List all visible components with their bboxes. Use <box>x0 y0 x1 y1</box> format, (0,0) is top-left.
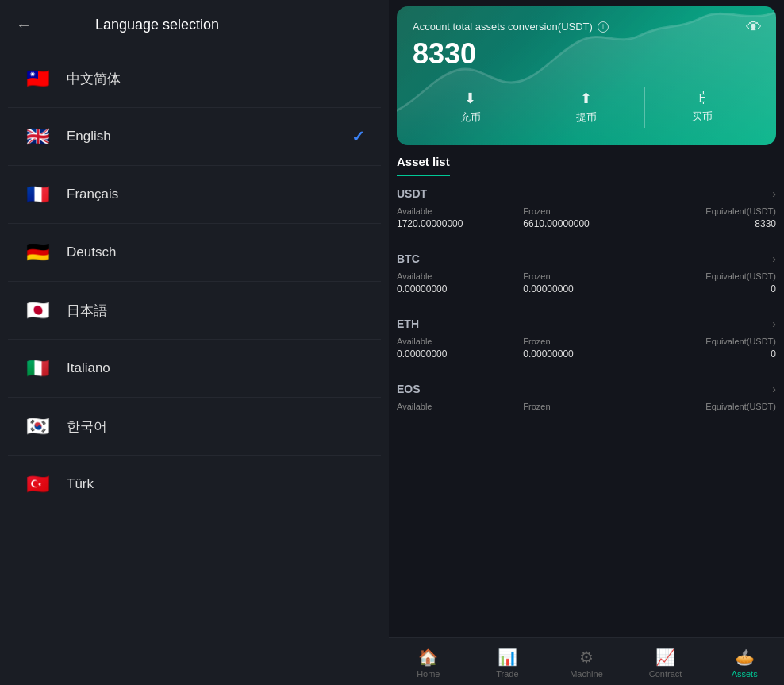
nav-item-home[interactable]: 🏠Home <box>389 645 468 682</box>
assets-nav-label: Assets <box>732 669 758 679</box>
asset-row-header: ETH › <box>397 317 776 330</box>
flag-it: 🇮🇹 <box>24 354 52 383</box>
flag-tr: 🇹🇷 <box>24 470 52 498</box>
language-list: 🇹🇼中文简体🇬🇧English✓🇫🇷Français🇩🇪Deutsch🇯🇵日本語… <box>0 50 389 513</box>
asset-row-values: Available 0.00000000 Frozen 0.00000000 E… <box>397 337 776 360</box>
language-item-ko[interactable]: 🇰🇷한국어 <box>8 398 381 456</box>
lang-name-de: Deutsch <box>67 244 365 260</box>
asset-row-eth[interactable]: ETH › Available 0.00000000 Frozen 0.0000… <box>397 306 776 371</box>
coin-name: BTC <box>397 252 420 265</box>
frozen-label: Frozen <box>523 271 649 281</box>
equiv-label: Equivalent(USDT) <box>650 402 776 411</box>
assets-nav-icon: 🥧 <box>735 648 755 667</box>
contract-nav-icon: 📈 <box>655 648 675 667</box>
flag-ja: 🇯🇵 <box>24 296 52 325</box>
card-action-deposit[interactable]: ⬇充币 <box>413 87 528 128</box>
nav-item-contract[interactable]: 📈Contract <box>626 645 705 682</box>
available-value: 0.00000000 <box>397 348 523 360</box>
machine-nav-label: Machine <box>570 669 603 679</box>
coin-name: EOS <box>397 383 421 395</box>
withdraw-label: 提币 <box>576 110 597 125</box>
available-value: 0.00000000 <box>397 283 523 294</box>
chevron-right-icon: › <box>772 187 776 200</box>
flag-fr: 🇫🇷 <box>24 180 52 209</box>
lang-name-tr: Türk <box>67 476 365 492</box>
contract-nav-label: Contract <box>649 669 682 679</box>
equiv-value: 8330 <box>650 218 776 229</box>
language-item-fr[interactable]: 🇫🇷Français <box>8 166 381 224</box>
equiv-col: Equivalent(USDT) 0 <box>650 337 776 360</box>
frozen-value: 6610.00000000 <box>523 218 649 229</box>
asset-list-tab[interactable]: Asset list <box>397 155 450 176</box>
frozen-col: Frozen 6610.00000000 <box>523 206 649 229</box>
frozen-value: 0.00000000 <box>523 283 649 294</box>
deposit-icon: ⬇ <box>464 90 476 107</box>
asset-card: 👁 Account total assets conversion(USDT) … <box>397 6 776 145</box>
buy-icon: ₿ <box>699 90 706 106</box>
available-label: Available <box>397 337 523 346</box>
language-item-en[interactable]: 🇬🇧English✓ <box>8 108 381 166</box>
asset-row-btc[interactable]: BTC › Available 0.00000000 Frozen 0.0000… <box>397 241 776 306</box>
bottom-nav: 🏠Home📊Trade⚙Machine📈Contract🥧Assets <box>389 637 784 685</box>
frozen-col: Frozen 0.00000000 <box>523 337 649 360</box>
available-label: Available <box>397 402 523 411</box>
assets-panel: 👁 Account total assets conversion(USDT) … <box>389 0 784 685</box>
lang-name-ja: 日本語 <box>67 302 365 320</box>
language-item-tr[interactable]: 🇹🇷Türk <box>8 456 381 513</box>
asset-row-usdt[interactable]: USDT › Available 1720.00000000 Frozen 66… <box>397 176 776 241</box>
nav-item-machine[interactable]: ⚙Machine <box>547 645 626 682</box>
equiv-col: Equivalent(USDT) 8330 <box>650 206 776 229</box>
asset-row-values: Available 0.00000000 Frozen 0.00000000 E… <box>397 271 776 294</box>
language-item-ja[interactable]: 🇯🇵日本語 <box>8 282 381 340</box>
card-action-withdraw[interactable]: ⬆提币 <box>528 87 644 128</box>
nav-item-trade[interactable]: 📊Trade <box>468 645 548 682</box>
asset-rows: USDT › Available 1720.00000000 Frozen 66… <box>397 176 776 425</box>
available-label: Available <box>397 206 523 216</box>
home-nav-label: Home <box>417 669 440 679</box>
asset-row-header: BTC › <box>397 252 776 265</box>
frozen-col: Frozen 0.00000000 <box>523 271 649 294</box>
eye-icon[interactable]: 👁 <box>746 18 762 37</box>
available-col: Available <box>397 402 523 414</box>
available-label: Available <box>397 271 523 281</box>
available-value: 1720.00000000 <box>397 218 523 229</box>
card-action-buy[interactable]: ₿买币 <box>645 87 760 128</box>
lang-name-en: English <box>67 129 352 144</box>
frozen-label: Frozen <box>523 402 649 411</box>
available-col: Available 0.00000000 <box>397 337 523 360</box>
language-item-zh[interactable]: 🇹🇼中文简体 <box>8 50 381 108</box>
frozen-col: Frozen <box>523 402 649 414</box>
nav-item-assets[interactable]: 🥧Assets <box>705 645 784 682</box>
lang-name-fr: Français <box>67 187 365 202</box>
trade-nav-icon: 📊 <box>498 648 517 667</box>
equiv-value: 0 <box>650 348 776 360</box>
equiv-label: Equivalent(USDT) <box>650 206 776 216</box>
available-col: Available 1720.00000000 <box>397 206 523 229</box>
trade-nav-label: Trade <box>496 669 518 679</box>
equiv-col: Equivalent(USDT) <box>650 402 776 414</box>
home-nav-icon: 🏠 <box>418 648 438 667</box>
asset-row-eos[interactable]: EOS › Available Frozen Equivalent(USDT) <box>397 371 776 425</box>
asset-list-section: Asset list USDT › Available 1720.0000000… <box>389 145 784 637</box>
machine-nav-icon: ⚙ <box>579 648 594 667</box>
asset-row-header: EOS › <box>397 383 776 395</box>
lang-name-it: Italiano <box>67 360 365 376</box>
language-header: ← Language selection <box>0 0 389 50</box>
language-item-it[interactable]: 🇮🇹Italiano <box>8 340 381 398</box>
asset-row-values: Available Frozen Equivalent(USDT) <box>397 402 776 414</box>
lang-name-ko: 한국어 <box>67 418 365 436</box>
frozen-label: Frozen <box>523 337 649 346</box>
language-item-de[interactable]: 🇩🇪Deutsch <box>8 224 381 282</box>
equiv-value: 0 <box>650 283 776 294</box>
back-button[interactable]: ← <box>16 16 32 34</box>
equiv-col: Equivalent(USDT) 0 <box>650 271 776 294</box>
equiv-label: Equivalent(USDT) <box>650 271 776 281</box>
frozen-label: Frozen <box>523 206 649 216</box>
coin-name: USDT <box>397 187 427 200</box>
asset-row-values: Available 1720.00000000 Frozen 6610.0000… <box>397 206 776 229</box>
chevron-right-icon: › <box>772 317 776 330</box>
flag-en: 🇬🇧 <box>24 122 52 151</box>
section-tabs: Asset list <box>397 145 776 176</box>
panel-title: Language selection <box>95 17 219 33</box>
card-actions: ⬇充币⬆提币₿买币 <box>413 87 760 128</box>
